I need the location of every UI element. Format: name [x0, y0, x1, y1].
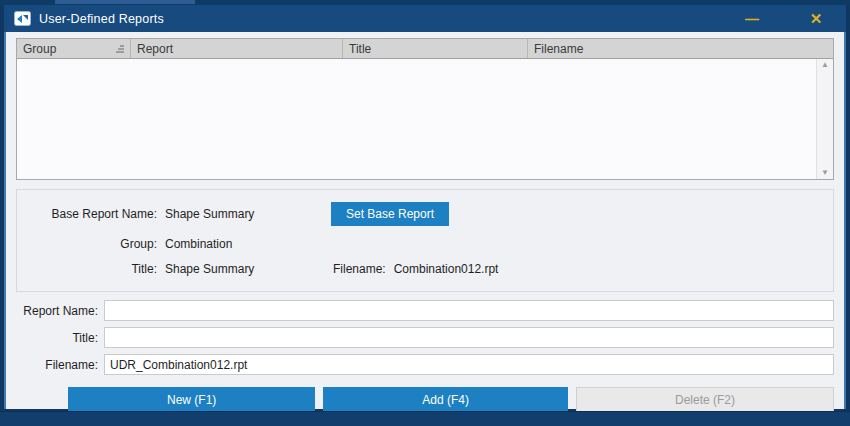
filename-input[interactable] — [104, 354, 834, 375]
title-label: Title: — [16, 331, 104, 345]
reports-table: Group Report Title Filename — [16, 38, 834, 180]
user-defined-reports-dialog: User-Defined Reports — ✕ Group R — [0, 5, 850, 412]
base-title-label: Title: — [25, 262, 165, 276]
title-input[interactable] — [104, 327, 834, 348]
column-header-title[interactable]: Title — [343, 39, 528, 58]
background-window-tab — [55, 0, 195, 4]
scroll-down-icon[interactable]: ▼ — [821, 169, 829, 177]
background-window-bottom-strip — [0, 411, 850, 426]
screen: User-Defined Reports — ✕ Group R — [0, 0, 850, 426]
action-button-row: New (F1) Add (F4) Delete (F2) — [68, 387, 834, 412]
base-filename-value: Combination012.rpt — [394, 262, 499, 276]
reports-table-body: ▲ ▼ — [17, 59, 833, 179]
base-report-panel: Base Report Name: Shape Summary Set Base… — [16, 189, 834, 292]
dialog-body: Group Report Title Filename — [4, 32, 846, 412]
base-report-name-value: Shape Summary — [165, 207, 323, 221]
new-button[interactable]: New (F1) — [68, 387, 315, 412]
column-header-group[interactable]: Group — [17, 39, 131, 58]
reports-table-header: Group Report Title Filename — [17, 39, 833, 59]
delete-button[interactable]: Delete (F2) — [576, 387, 834, 412]
filename-label: Filename: — [16, 358, 104, 372]
base-title-value: Shape Summary — [165, 262, 323, 276]
minimize-button[interactable]: — — [732, 5, 772, 32]
sort-icon — [115, 45, 124, 53]
new-report-form: Report Name: Title: Filename: — [16, 300, 834, 375]
close-button[interactable]: ✕ — [796, 5, 836, 32]
column-header-report[interactable]: Report — [131, 39, 343, 58]
base-group-label: Group: — [25, 237, 165, 251]
base-group-value: Combination — [165, 237, 232, 251]
add-button[interactable]: Add (F4) — [323, 387, 568, 412]
base-report-name-label: Base Report Name: — [25, 207, 165, 221]
table-scrollbar[interactable]: ▲ ▼ — [816, 59, 833, 179]
set-base-report-button[interactable]: Set Base Report — [331, 202, 449, 226]
titlebar: User-Defined Reports — ✕ — [4, 5, 846, 32]
report-name-label: Report Name: — [16, 304, 104, 318]
column-header-filename[interactable]: Filename — [528, 39, 833, 58]
app-icon — [14, 11, 31, 26]
scroll-up-icon[interactable]: ▲ — [821, 61, 829, 69]
report-name-input[interactable] — [104, 300, 834, 321]
reports-table-rows[interactable] — [17, 59, 816, 179]
base-filename-label: Filename: — [333, 262, 394, 276]
window-title: User-Defined Reports — [39, 12, 732, 26]
